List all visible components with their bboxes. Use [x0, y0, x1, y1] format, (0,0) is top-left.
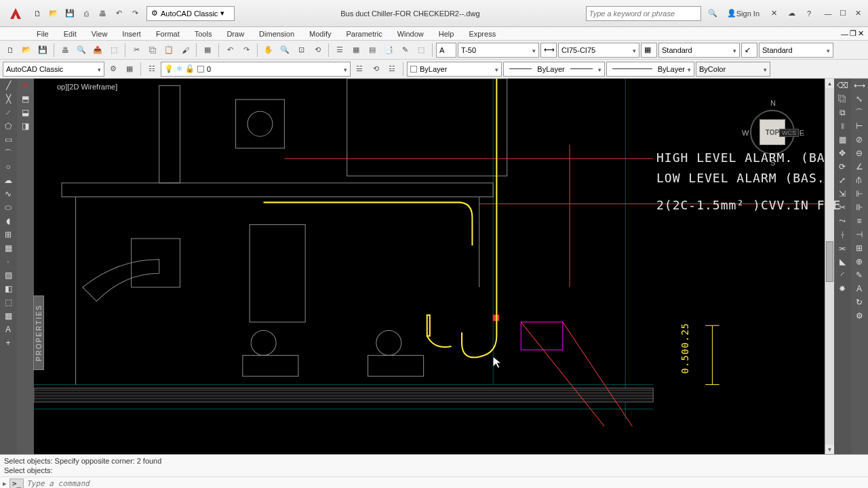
- pline-icon[interactable]: ⟋: [0, 106, 16, 119]
- tablestyle-combo[interactable]: Standard: [658, 43, 740, 58]
- dimted-icon[interactable]: A: [851, 283, 867, 295]
- dcenter-icon[interactable]: ▦: [349, 43, 363, 58]
- point-icon[interactable]: ·: [0, 256, 16, 268]
- layer-combo[interactable]: 💡 ❄ 🔓 0: [161, 62, 351, 77]
- a360-icon[interactable]: ☁: [784, 6, 799, 21]
- offset-icon[interactable]: ⫴: [834, 120, 850, 132]
- open2-icon[interactable]: 📂: [19, 43, 34, 58]
- redo2-icon[interactable]: ↷: [239, 43, 254, 58]
- workspace-combo2[interactable]: AutoCAD Classic: [3, 62, 104, 77]
- scroll-down-icon[interactable]: ▼: [825, 445, 834, 454]
- table-icon[interactable]: ▦: [641, 43, 657, 58]
- dimupd-icon[interactable]: ↻: [851, 296, 867, 308]
- copy2-icon[interactable]: ⿻: [834, 93, 850, 105]
- workspace-dropdown[interactable]: ⚙ AutoCAD Classic ▾: [146, 6, 235, 21]
- preview-icon[interactable]: 🔍: [74, 43, 89, 58]
- zoom-prev-icon[interactable]: ⟲: [310, 43, 325, 58]
- close-icon[interactable]: ✕: [850, 6, 865, 21]
- save2-icon[interactable]: 💾: [35, 43, 50, 58]
- menu-dimension[interactable]: Dimension: [252, 28, 301, 39]
- mtext-icon[interactable]: A: [0, 323, 16, 336]
- lineweight-combo[interactable]: ByLayer: [606, 62, 694, 77]
- menu-tools[interactable]: Tools: [188, 28, 219, 39]
- plot-icon[interactable]: 🖶: [58, 43, 73, 58]
- match-icon[interactable]: 🖌: [178, 43, 193, 58]
- undo2-icon[interactable]: ↶: [222, 43, 237, 58]
- menu-parametric[interactable]: Parametric: [339, 28, 389, 39]
- minimize-icon[interactable]: —: [821, 6, 835, 21]
- layer-prev-icon[interactable]: ⟲: [368, 62, 383, 77]
- circle-icon[interactable]: ○: [0, 161, 16, 173]
- save-icon[interactable]: 💾: [62, 6, 77, 21]
- cut-icon[interactable]: ✂: [129, 43, 144, 58]
- layer-filter-icon[interactable]: ☱: [352, 62, 367, 77]
- table2-icon[interactable]: ▦: [0, 310, 16, 322]
- search-input[interactable]: [586, 6, 701, 21]
- erase-icon[interactable]: ⌫: [834, 79, 850, 92]
- insert-icon[interactable]: ⊞: [0, 228, 16, 241]
- blockedit-icon[interactable]: ▦: [200, 43, 215, 58]
- new-icon[interactable]: 🗋: [30, 6, 45, 21]
- menu-express[interactable]: Express: [462, 28, 502, 39]
- order1-icon[interactable]: ⬒: [17, 93, 33, 105]
- saveas-icon[interactable]: ⎙: [79, 6, 94, 21]
- block-icon[interactable]: ▦: [0, 242, 16, 254]
- dimcont-icon[interactable]: ⊪: [851, 201, 867, 214]
- zoom-realtime-icon[interactable]: 🔍: [277, 43, 292, 58]
- search-icon[interactable]: 🔍: [705, 6, 720, 21]
- ws-mytools-icon[interactable]: ▦: [122, 62, 137, 77]
- fillet-icon[interactable]: ◜: [834, 269, 850, 281]
- extend-icon[interactable]: ⤳: [834, 215, 850, 227]
- menu-format[interactable]: Format: [149, 28, 186, 39]
- mleader-combo[interactable]: Standard: [759, 43, 833, 58]
- dimspace-icon[interactable]: ≡: [851, 215, 867, 227]
- revcloud-icon[interactable]: ☁: [0, 174, 16, 186]
- color-combo[interactable]: ByLayer: [407, 62, 502, 77]
- mleader-icon[interactable]: ↙: [741, 43, 757, 58]
- dimedit-icon[interactable]: ✎: [851, 269, 867, 281]
- dimbreak-icon[interactable]: ⊣: [851, 228, 867, 241]
- dimbase-icon[interactable]: ⊩: [851, 188, 867, 200]
- dimrad-icon[interactable]: ⊘: [851, 134, 867, 146]
- dim-icon[interactable]: ⟷: [540, 43, 557, 58]
- dimarc-icon[interactable]: ⌒: [851, 106, 867, 119]
- app-logo[interactable]: [5, 3, 26, 24]
- exchange-icon[interactable]: ✕: [766, 6, 781, 21]
- redo-icon[interactable]: ↷: [127, 6, 142, 21]
- order3-icon[interactable]: ◨: [17, 120, 33, 132]
- dimalign-icon[interactable]: ⤡: [851, 93, 867, 105]
- tol-icon[interactable]: ⊞: [851, 242, 867, 254]
- doc-close-icon[interactable]: ✕: [858, 29, 864, 38]
- textstyle-combo[interactable]: T-50: [458, 43, 539, 58]
- scroll-thumb[interactable]: [826, 241, 833, 282]
- dimdia-icon[interactable]: ⊖: [851, 147, 867, 159]
- rotate-icon[interactable]: ⟳: [834, 161, 850, 173]
- line-icon[interactable]: ╱: [0, 79, 16, 92]
- style-group-icon[interactable]: A: [436, 43, 456, 58]
- hatch-icon[interactable]: ▨: [0, 269, 16, 281]
- publish-icon[interactable]: 📤: [90, 43, 105, 58]
- spline-icon[interactable]: ∿: [0, 188, 16, 200]
- chamfer-icon[interactable]: ◣: [834, 256, 850, 268]
- qnew-icon[interactable]: 🗋: [3, 43, 18, 58]
- ws-settings-icon[interactable]: ⚙: [106, 62, 121, 77]
- maximize-icon[interactable]: ☐: [835, 6, 850, 21]
- paste-icon[interactable]: 📋: [161, 43, 176, 58]
- menu-draw[interactable]: Draw: [220, 28, 251, 39]
- pan-icon[interactable]: ✋: [261, 43, 276, 58]
- array-icon[interactable]: ▦: [834, 134, 850, 146]
- dimstyle-combo[interactable]: CI75-CI75: [558, 43, 639, 58]
- drawing-canvas[interactable]: [34, 79, 834, 430]
- copy-icon[interactable]: ⿻: [145, 43, 160, 58]
- 3ddwf-icon[interactable]: ⬚: [106, 43, 121, 58]
- layer-props-icon[interactable]: ☷: [144, 62, 159, 77]
- scroll-up-icon[interactable]: ▲: [825, 79, 834, 88]
- help-icon[interactable]: ?: [802, 6, 816, 21]
- menu-edit[interactable]: Edit: [57, 28, 83, 39]
- break-icon[interactable]: ⟊: [834, 228, 850, 241]
- menu-view[interactable]: View: [85, 28, 115, 39]
- explode-icon[interactable]: ✸: [834, 283, 850, 295]
- join-icon[interactable]: ⫘: [834, 242, 850, 254]
- qdim-icon[interactable]: ⫛: [851, 174, 867, 186]
- region-icon[interactable]: ⬚: [0, 296, 16, 308]
